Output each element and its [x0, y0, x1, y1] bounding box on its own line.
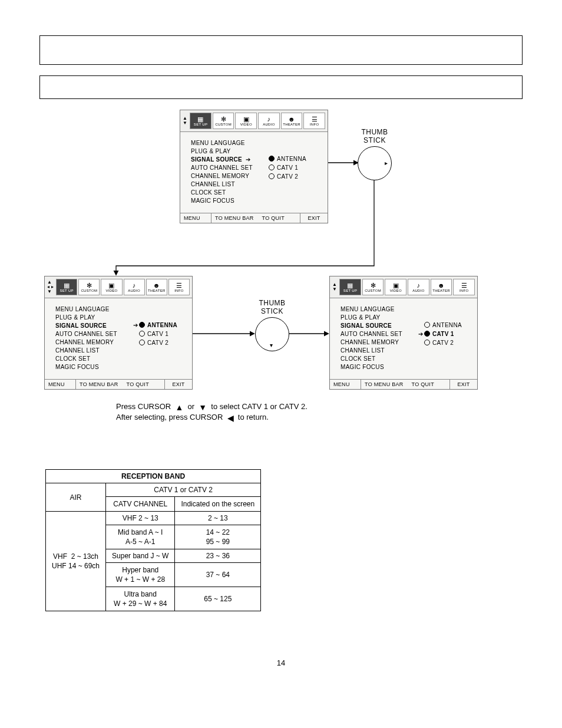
option-catv1[interactable]: CATV 1 — [269, 164, 320, 171]
menu-item[interactable]: PLUG & PLAY — [340, 314, 411, 321]
menu-item[interactable]: AUTO CHANNEL SET — [191, 164, 262, 171]
footer-menu: MENU — [45, 380, 76, 389]
radio-icon — [424, 322, 430, 328]
osd-flow-diagram: ▲▼ ▦SET UP ✻CUSTOM ▣VIDEO ♪AUDIO ☻THEATE… — [39, 110, 523, 416]
table-cell: Ultra band W + 29 ~ W + 84 — [106, 587, 175, 611]
thumbstick-down[interactable]: THUMB STICK ▾ — [255, 317, 289, 351]
tab-audio[interactable]: ♪AUDIO — [124, 279, 145, 295]
radio-selected-icon — [139, 322, 145, 328]
osd-screen-2: ▲◂ ▸▼ ▦SET UP ✻CUSTOM ▣VIDEO ♪AUDIO ☻THE… — [44, 276, 193, 390]
footer-tobar: TO MENU BAR — [365, 381, 404, 387]
menu-item[interactable]: SIGNAL SOURCE — [55, 322, 126, 329]
tab-theater[interactable]: ☻THEATER — [281, 113, 303, 129]
tab-theater[interactable]: ☻THEATER — [146, 279, 167, 295]
menu-item[interactable]: CHANNEL LIST — [191, 181, 262, 187]
air-header: AIR — [46, 483, 106, 512]
osd-footer: MENU TO MENU BAR TO QUIT EXIT — [180, 213, 328, 223]
option-antenna[interactable]: ANTENNA — [418, 321, 470, 328]
tab-video[interactable]: ▣VIDEO — [235, 113, 257, 129]
tab-info[interactable]: ☰INFO — [453, 279, 475, 295]
radio-icon — [269, 173, 275, 179]
tab-video[interactable]: ▣VIDEO — [101, 279, 122, 295]
air-rows: VHF 2 ~ 13ch UHF 14 ~ 69ch — [46, 512, 106, 611]
menu-item[interactable]: AUTO CHANNEL SET — [340, 331, 411, 337]
radio-icon — [269, 164, 275, 170]
footer-quit: TO QUIT — [412, 381, 434, 387]
footer-menu: MENU — [330, 380, 361, 389]
tab-audio[interactable]: ♪AUDIO — [258, 113, 280, 129]
table-cell: 2 ~ 13 — [175, 512, 261, 525]
menu-item[interactable]: CLOCK SET — [191, 189, 262, 196]
radio-icon — [424, 340, 430, 345]
cursor-left-icon: ◀ — [227, 414, 234, 422]
menu-item[interactable]: AUTO CHANNEL SET — [55, 331, 126, 337]
radio-icon — [139, 340, 145, 345]
option-antenna[interactable]: ➔ANTENNA — [133, 321, 185, 328]
tab-setup[interactable]: ▦SET UP — [339, 279, 361, 295]
catv-header: CATV 1 or CATV 2 — [106, 483, 261, 497]
menu-item[interactable]: SIGNAL SOURCE — [340, 322, 411, 329]
radio-selected-icon — [424, 331, 430, 337]
tab-custom[interactable]: ✻CUSTOM — [213, 113, 234, 129]
menu-item[interactable]: MAGIC FOCUS — [191, 197, 262, 204]
menu-item[interactable]: CLOCK SET — [55, 355, 126, 362]
menu-item[interactable]: PLUG & PLAY — [55, 314, 126, 321]
osd-tabbar: ▲▼ ▦SET UP ✻CUSTOM ▣VIDEO ♪AUDIO ☻THEATE… — [180, 110, 328, 132]
thumbstick-right[interactable]: THUMB STICK ▸ — [358, 146, 392, 180]
tab-video[interactable]: ▣VIDEO — [385, 279, 406, 295]
table-cell: 65 ~ 125 — [175, 587, 261, 611]
menu-item[interactable]: PLUG & PLAY — [191, 148, 262, 154]
option-catv2[interactable]: CATV 2 — [133, 339, 185, 346]
cursor-up-icon: ▲ — [175, 403, 183, 411]
menu-item[interactable]: MENU LANGUAGE — [340, 306, 411, 312]
thumbstick-label: THUMB STICK — [353, 128, 396, 144]
thumbstick-label: THUMB STICK — [251, 299, 293, 315]
menu-item[interactable]: CHANNEL MEMORY — [55, 339, 126, 345]
menu-item[interactable]: CHANNEL MEMORY — [191, 173, 262, 179]
tabbar-scroll-arrows: ▲▼ — [332, 282, 337, 292]
option-catv2[interactable]: CATV 2 — [269, 173, 320, 180]
cursor-right-icon: ▸ — [385, 160, 388, 166]
option-catv1[interactable]: CATV 1 — [133, 330, 185, 337]
menu-item[interactable]: SIGNAL SOURCE ➔ — [191, 156, 262, 163]
catv-channel-header: CATV CHANNEL — [106, 497, 175, 512]
menu-item[interactable]: CHANNEL LIST — [55, 347, 126, 354]
tab-theater[interactable]: ☻THEATER — [431, 279, 452, 295]
instruction-text: Press CURSOR ▲ or ▼ to select CATV 1 or … — [116, 401, 308, 423]
pointer-right-icon: ➔ — [133, 322, 139, 328]
tabbar-scroll-arrows: ▲▼ — [183, 116, 187, 126]
radio-icon — [139, 331, 145, 337]
osd-option-list: ANTENNA CATV 1 CATV 2 — [269, 138, 320, 206]
pointer-right-icon: ➔ — [246, 156, 250, 163]
indicated-header: Indicated on the screen — [175, 497, 261, 512]
radio-selected-icon — [269, 156, 275, 162]
tab-setup[interactable]: ▦SET UP — [190, 113, 211, 129]
option-antenna[interactable]: ANTENNA — [269, 155, 320, 162]
menu-item[interactable]: CLOCK SET — [340, 355, 411, 362]
page-number: 14 — [39, 658, 523, 667]
menu-item[interactable]: MENU LANGUAGE — [191, 140, 262, 146]
header-rule-1 — [39, 35, 523, 65]
menu-item[interactable]: CHANNEL MEMORY — [340, 339, 411, 345]
tab-info[interactable]: ☰INFO — [303, 113, 325, 129]
tab-custom[interactable]: ✻CUSTOM — [362, 279, 384, 295]
menu-item[interactable]: MAGIC FOCUS — [340, 364, 411, 370]
menu-item[interactable]: MENU LANGUAGE — [55, 306, 126, 312]
reception-band-table: RECEPTION BAND AIR CATV 1 or CATV 2 CATV… — [45, 469, 261, 611]
table-cell: VHF 2 ~ 13 — [106, 512, 175, 525]
table-cell: 14 ~ 22 95 ~ 99 — [175, 525, 261, 549]
tab-setup[interactable]: ▦SET UP — [56, 279, 77, 295]
footer-tobar: TO MENU BAR — [215, 215, 254, 221]
option-catv1[interactable]: ➔CATV 1 — [418, 330, 470, 337]
footer-exit: EXIT — [300, 213, 328, 223]
menu-item[interactable]: CHANNEL LIST — [340, 347, 411, 354]
menu-item[interactable]: MAGIC FOCUS — [55, 364, 126, 370]
table-cell: 23 ~ 36 — [175, 549, 261, 563]
tab-audio[interactable]: ♪AUDIO — [408, 279, 429, 295]
option-catv2[interactable]: CATV 2 — [418, 339, 470, 346]
osd-menu-items: MENU LANGUAGE PLUG & PLAY SIGNAL SOURCE … — [191, 138, 262, 206]
footer-menu: MENU — [180, 213, 211, 223]
tab-custom[interactable]: ✻CUSTOM — [78, 279, 100, 295]
tabbar-scroll-arrows-4way: ▲◂ ▸▼ — [47, 280, 54, 294]
tab-info[interactable]: ☰INFO — [168, 279, 190, 295]
